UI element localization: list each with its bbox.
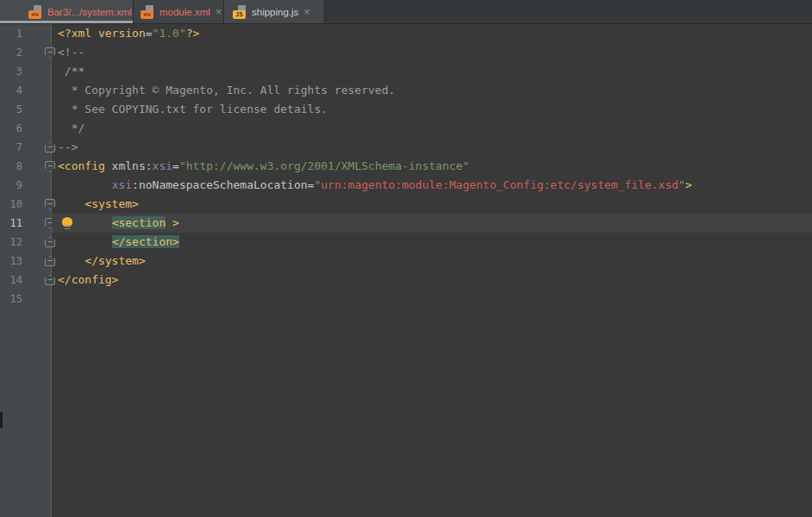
js-badge: JS [233, 10, 246, 19]
tab-label: module.xml [159, 7, 210, 17]
line-number: 2 [0, 43, 22, 62]
code-token: <system> [84, 197, 139, 210]
code-row: 6 */ [0, 119, 812, 138]
line-number: 6 [0, 119, 22, 138]
close-icon[interactable]: × [215, 6, 222, 17]
line-number: 3 [0, 62, 22, 81]
code-token: </system> [84, 254, 145, 267]
code-row: 1<?xml version="1.0"?> [0, 24, 812, 43]
gutter-cell: 1 [0, 24, 52, 43]
code-line[interactable]: * Copyright © Magento, Inc. All rights r… [52, 81, 812, 100]
tab-module-xml[interactable]: <> module.xml × [134, 0, 224, 23]
tab-system-xml[interactable]: <> Bar3/.../system.xml × [0, 0, 134, 23]
line-number: 15 [0, 290, 22, 308]
code-token: :noNamespaceSchemaLocation= [132, 178, 314, 191]
code-token [58, 197, 84, 210]
code-line[interactable]: /** [52, 62, 812, 81]
code-line[interactable]: </section> [52, 233, 812, 252]
code-row: 4 * Copyright © Magento, Inc. All rights… [0, 81, 812, 100]
code-row: 15 [0, 290, 812, 308]
code-token: <config [58, 159, 105, 172]
line-number: 7 [0, 138, 22, 157]
code-row: 9 xsi:noNamespaceSchemaLocation="urn:mag… [0, 176, 812, 195]
code-token: <section [112, 216, 166, 229]
code-row: 2−<!-- [0, 43, 812, 62]
line-number: 10 [0, 195, 22, 214]
code-token: * See COPYING.txt for license details. [58, 103, 328, 115]
code-row: 12− </section> [0, 233, 812, 252]
line-number: 12 [0, 233, 22, 252]
tab-label: Bar3/.../system.xml [47, 7, 132, 17]
code-token: = [172, 159, 179, 172]
code-token [166, 216, 172, 229]
gutter-cell: 4 [0, 81, 52, 100]
code-row: 5 * See COPYING.txt for license details. [0, 100, 812, 119]
gutter-cell: 2− [0, 43, 52, 62]
left-edge-marker [0, 412, 3, 428]
gutter-cell: 6 [0, 119, 52, 138]
code-token: > [685, 178, 692, 191]
code-token: */ [58, 121, 84, 134]
code-token: <?xml version [58, 27, 146, 40]
code-row: 7−--> [0, 138, 812, 157]
code-token [58, 178, 112, 191]
line-number: 5 [0, 100, 22, 119]
code-row: 11− <section > [0, 214, 812, 233]
line-number: 14 [0, 271, 22, 290]
code-token: = [146, 27, 153, 40]
code-token [58, 254, 84, 267]
line-number: 4 [0, 81, 22, 100]
code-line[interactable]: <section > [52, 214, 812, 233]
gutter-cell: 11− [0, 214, 52, 233]
tab-label: shipping.js [252, 7, 298, 17]
code-token: </config> [58, 273, 118, 286]
code-editor[interactable]: 1<?xml version="1.0"?>2−<!--3 /**4 * Cop… [0, 24, 812, 517]
code-line[interactable]: <config xmlns:xsi="http://www.w3.org/200… [52, 157, 812, 176]
code-line[interactable]: --> [52, 138, 812, 157]
code-token: xsi [112, 178, 132, 191]
code-line[interactable]: * See COPYING.txt for license details. [52, 100, 812, 119]
intention-bulb-icon[interactable] [62, 217, 72, 227]
code-row: 13− </system> [0, 252, 812, 271]
js-file-icon: JS [233, 5, 247, 19]
gutter-cell: 10− [0, 195, 52, 214]
code-row: 3 /** [0, 62, 812, 81]
gutter-cell: 12− [0, 233, 52, 252]
line-number: 1 [0, 24, 22, 43]
code-token: * Copyright © Magento, Inc. All rights r… [58, 84, 395, 97]
close-icon[interactable]: × [303, 6, 310, 17]
line-number: 9 [0, 176, 22, 195]
gutter-cell: 7− [0, 138, 52, 157]
line-number: 8 [0, 157, 22, 176]
code-line[interactable]: xsi:noNamespaceSchemaLocation="urn:magen… [52, 176, 812, 195]
code-line[interactable]: */ [52, 119, 812, 138]
gutter-cell: 8− [0, 157, 52, 176]
code-line[interactable]: <system> [52, 195, 812, 214]
gutter-cell: 15 [0, 290, 52, 308]
xml-file-icon: <> [28, 5, 42, 19]
code-row: 14−</config> [0, 271, 812, 290]
code-lines-container: 1<?xml version="1.0"?>2−<!--3 /**4 * Cop… [0, 24, 812, 308]
code-line[interactable]: </config> [52, 271, 812, 290]
tab-shipping-js[interactable]: JS shipping.js × [224, 0, 325, 23]
code-token: <!-- [58, 46, 84, 59]
code-token: xsi [153, 159, 172, 172]
xml-file-icon: <> [141, 5, 154, 19]
code-line[interactable]: <?xml version="1.0"?> [52, 24, 812, 43]
code-token: ?> [186, 27, 200, 40]
code-line[interactable]: </system> [52, 252, 812, 271]
code-token: "1.0" [153, 27, 186, 40]
code-token: /** [58, 65, 84, 78]
gutter-cell: 3 [0, 62, 52, 81]
code-token: "http://www.w3.org/2001/XMLSchema-instan… [179, 159, 470, 172]
code-token: > [172, 216, 179, 229]
code-row: 8−<config xmlns:xsi="http://www.w3.org/2… [0, 157, 812, 176]
code-line[interactable] [52, 290, 812, 308]
code-token: urn:magento:module:Magento_Config:etc/sy… [321, 178, 678, 191]
code-line[interactable]: <!-- [52, 43, 812, 62]
code-token [58, 235, 112, 248]
code-token: " [678, 178, 685, 191]
line-number: 11 [0, 214, 22, 233]
xml-badge: <> [141, 10, 153, 19]
code-token: </section> [112, 235, 179, 248]
